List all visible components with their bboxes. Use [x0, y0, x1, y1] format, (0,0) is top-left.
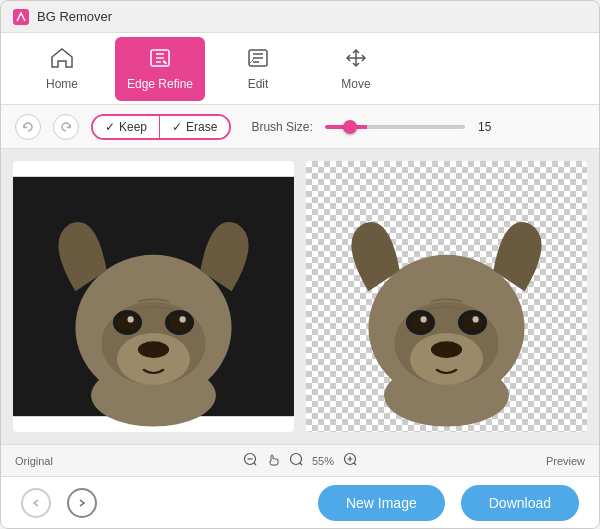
- svg-point-28: [290, 454, 301, 465]
- svg-point-19: [410, 333, 483, 385]
- svg-point-24: [462, 314, 483, 331]
- prev-button[interactable]: [21, 488, 51, 518]
- svg-point-8: [138, 341, 169, 358]
- hand-tool[interactable]: [266, 453, 280, 469]
- keep-button[interactable]: ✓ Keep: [93, 116, 159, 138]
- erase-label: Erase: [186, 120, 217, 134]
- tool-home[interactable]: Home: [17, 37, 107, 101]
- status-right: Preview: [395, 455, 585, 467]
- svg-point-23: [410, 314, 431, 331]
- app-window: BG Remover Home Edge Refine: [0, 0, 600, 529]
- next-button[interactable]: [67, 488, 97, 518]
- svg-point-20: [431, 341, 462, 358]
- home-icon: [50, 47, 74, 73]
- edge-refine-icon: [148, 47, 172, 73]
- original-panel[interactable]: [13, 161, 294, 432]
- tool-edge-refine[interactable]: Edge Refine: [115, 37, 205, 101]
- app-title: BG Remover: [37, 9, 112, 24]
- title-bar: BG Remover: [1, 1, 599, 33]
- toolbar: Home Edge Refine Edit: [1, 33, 599, 105]
- redo-button[interactable]: [53, 114, 79, 140]
- preview-label: Preview: [546, 455, 585, 467]
- checkerboard-bg: [306, 161, 587, 432]
- zoom-out-button[interactable]: [240, 452, 260, 469]
- brush-size-value: 15: [473, 120, 497, 134]
- zoom-in-button[interactable]: [340, 452, 360, 469]
- brush-slider-container: 15: [325, 120, 497, 134]
- action-bar: New Image Download: [1, 476, 599, 528]
- svg-point-26: [473, 316, 479, 322]
- svg-point-13: [127, 316, 133, 322]
- erase-icon: ✓: [172, 120, 182, 134]
- keep-label: Keep: [119, 120, 147, 134]
- preview-image: [306, 161, 587, 432]
- edit-label: Edit: [248, 77, 269, 91]
- svg-point-25: [420, 316, 426, 322]
- brush-size-slider[interactable]: [325, 125, 465, 129]
- zoom-in-button2[interactable]: [286, 452, 306, 469]
- svg-point-12: [169, 314, 190, 331]
- options-bar: ✓ Keep ✓ Erase Brush Size: 15: [1, 105, 599, 149]
- status-center: 55%: [205, 452, 395, 469]
- move-icon: [344, 47, 368, 73]
- original-image: [13, 161, 294, 432]
- download-button[interactable]: Download: [461, 485, 579, 521]
- edit-icon: [246, 47, 270, 73]
- preview-panel[interactable]: [306, 161, 587, 432]
- app-icon: [13, 9, 29, 25]
- keep-icon: ✓: [105, 120, 115, 134]
- edge-refine-label: Edge Refine: [127, 77, 193, 91]
- brush-size-label: Brush Size:: [251, 120, 312, 134]
- svg-point-11: [117, 314, 138, 331]
- main-content: [1, 149, 599, 444]
- status-bar: Original 55%: [1, 444, 599, 476]
- home-label: Home: [46, 77, 78, 91]
- tool-edit[interactable]: Edit: [213, 37, 303, 101]
- tool-move[interactable]: Move: [311, 37, 401, 101]
- zoom-level: 55%: [312, 455, 334, 467]
- keep-erase-group: ✓ Keep ✓ Erase: [91, 114, 231, 140]
- move-label: Move: [341, 77, 370, 91]
- status-left: Original: [15, 455, 205, 467]
- original-label: Original: [15, 455, 53, 467]
- new-image-button[interactable]: New Image: [318, 485, 445, 521]
- svg-point-14: [180, 316, 186, 322]
- undo-button[interactable]: [15, 114, 41, 140]
- svg-point-7: [117, 333, 190, 385]
- erase-button[interactable]: ✓ Erase: [160, 116, 229, 138]
